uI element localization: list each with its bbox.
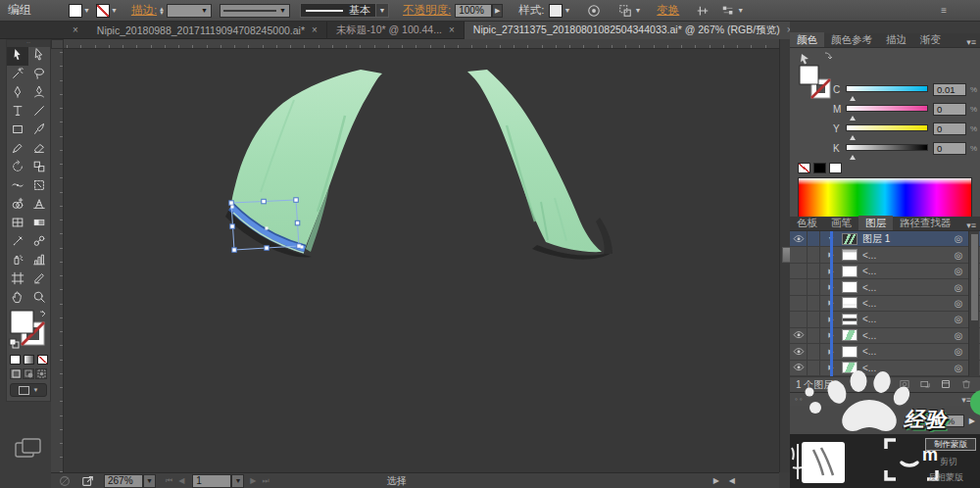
select-similar-icon[interactable] <box>617 3 633 19</box>
transparency-opacity-input[interactable]: 100% <box>921 415 964 427</box>
symbol-sprayer-tool[interactable] <box>7 252 28 270</box>
visibility-toggle[interactable] <box>790 344 808 359</box>
new-layer-icon[interactable] <box>940 378 952 392</box>
slider-thumb[interactable] <box>850 135 856 140</box>
layers-scrollbar-thumb[interactable] <box>971 234 978 320</box>
target-icon[interactable]: ◎ <box>951 330 966 341</box>
layer-name[interactable]: <... <box>862 314 951 324</box>
mesh-tool[interactable] <box>7 215 28 233</box>
group2-tab-1[interactable]: 色板 <box>790 216 824 230</box>
perspective-grid-tool[interactable] <box>28 196 50 215</box>
target-icon[interactable]: ◎ <box>951 314 966 324</box>
k-value-input[interactable]: 0 <box>933 142 966 155</box>
visibility-toggle[interactable] <box>790 328 808 343</box>
transparency-panel-header[interactable]: ◦◦ ▾≡ <box>790 392 980 406</box>
layer-thumbnail[interactable] <box>842 281 858 293</box>
visibility-toggle[interactable] <box>790 361 808 375</box>
target-icon[interactable]: ◎ <box>951 233 966 244</box>
artboard-number-input[interactable]: 1 <box>192 474 231 488</box>
export-icon[interactable] <box>80 473 96 488</box>
slider-thumb[interactable] <box>850 96 856 101</box>
fill-color-button[interactable] <box>10 355 21 365</box>
k-slider[interactable] <box>846 144 928 151</box>
gradient-tool[interactable] <box>28 215 50 233</box>
target-icon[interactable]: ◎ <box>951 346 966 357</box>
white-swatch[interactable] <box>829 163 842 173</box>
select-similar-arrow[interactable]: ▼ <box>634 7 641 14</box>
visibility-toggle[interactable] <box>790 312 808 326</box>
lock-toggle[interactable] <box>808 296 820 311</box>
transparency-opacity-arrow[interactable]: ▶ <box>969 416 975 425</box>
document-tab-1[interactable]: Nipic_20180988_20171119094708245000.ai* … <box>88 22 327 39</box>
zoom-out-icon[interactable] <box>57 473 73 488</box>
align-icon[interactable] <box>695 3 710 19</box>
layer-sub-row[interactable]: ▶<...◎ <box>790 296 980 312</box>
document-tab-3-active[interactable]: Nipic_27311375_20180801082504344033.ai* … <box>465 22 803 39</box>
layer-name[interactable]: 图层 1 <box>862 232 951 246</box>
pen-tool[interactable] <box>7 84 28 103</box>
m-value-input[interactable]: 0 <box>933 103 966 116</box>
locate-icon[interactable] <box>878 378 890 392</box>
layer-sub-row[interactable]: ▶<...◎ <box>790 264 980 279</box>
visibility-toggle[interactable] <box>790 264 808 278</box>
style-dropdown-arrow[interactable]: ▼ <box>564 7 570 14</box>
blend-tool[interactable] <box>28 233 50 252</box>
paintbrush-tool[interactable] <box>28 122 50 140</box>
free-transform-tool[interactable] <box>28 177 50 196</box>
target-icon[interactable]: ◎ <box>951 282 966 293</box>
line-segment-tool[interactable] <box>28 103 50 122</box>
document-setup-icon[interactable] <box>586 3 602 19</box>
target-icon[interactable]: ◎ <box>951 298 966 309</box>
draw-behind-button[interactable] <box>23 368 34 379</box>
layer-thumbnail[interactable] <box>842 233 858 245</box>
vertical-ruler[interactable] <box>51 49 64 472</box>
color-tab-3[interactable]: 描边 <box>879 32 913 47</box>
slider-thumb[interactable] <box>850 155 856 160</box>
target-icon[interactable]: ◎ <box>951 363 966 373</box>
ruler-corner[interactable] <box>51 39 64 49</box>
collapse-controlbar-icon[interactable]: ≡ <box>941 5 947 16</box>
delete-icon[interactable] <box>960 378 972 392</box>
layer-sub-row[interactable]: ▶<...◎ <box>790 361 980 376</box>
layer-thumbnail[interactable] <box>842 297 858 309</box>
group2-tab-3[interactable]: 图层 <box>858 216 893 230</box>
layer-sub-row[interactable]: ▶<...◎ <box>790 328 980 344</box>
group2-tab-2[interactable]: 画笔 <box>824 216 858 230</box>
column-graph-tool[interactable] <box>28 252 50 270</box>
transform-link[interactable]: 变换 <box>657 3 679 18</box>
invert-mask-checkbox-label[interactable]: 反相蒙版 <box>928 471 963 484</box>
group2-tab-4[interactable]: 路径查找器 <box>893 216 958 230</box>
tab-close-leading-icon[interactable]: × <box>73 24 78 35</box>
transparency-object-thumbnail[interactable] <box>802 442 845 483</box>
prev-artboard-icon[interactable]: ◀ <box>178 476 184 485</box>
zoom-tool[interactable] <box>28 289 50 308</box>
lock-toggle[interactable] <box>808 328 820 343</box>
curvature-tool[interactable] <box>28 84 50 103</box>
shape-builder-tool[interactable] <box>7 196 28 215</box>
last-artboard-icon[interactable]: ⏭ <box>263 476 270 486</box>
y-slider[interactable] <box>846 124 928 131</box>
group2-menu-icon[interactable]: ▾≡ <box>966 220 976 230</box>
layer-name[interactable]: <... <box>862 250 951 261</box>
new-sublayer-icon[interactable] <box>919 378 931 392</box>
layer-thumbnail[interactable] <box>842 266 858 277</box>
visibility-toggle[interactable] <box>790 247 808 262</box>
layer-row-main[interactable]: ▼图层 1◎ <box>790 231 980 247</box>
layer-sub-row[interactable]: ▶<...◎ <box>790 247 980 263</box>
stroke-swatch[interactable] <box>96 4 110 18</box>
width-tool[interactable] <box>7 177 28 196</box>
collapsed-artboards-icon[interactable] <box>14 437 43 461</box>
eraser-tool[interactable] <box>28 140 50 159</box>
layer-thumbnail[interactable] <box>842 314 858 325</box>
slider-thumb[interactable] <box>850 116 856 121</box>
slice-tool[interactable] <box>28 270 50 289</box>
hand-tool[interactable] <box>7 289 28 308</box>
hscroll-right-arrow[interactable]: ▶ <box>713 476 719 485</box>
artboard-dropdown-arrow[interactable]: ▼ <box>231 474 244 488</box>
layer-thumbnail[interactable] <box>842 362 858 373</box>
first-artboard-icon[interactable]: ⏮ <box>166 476 172 486</box>
layer-thumbnail[interactable] <box>842 346 858 358</box>
layer-name[interactable]: <... <box>862 346 951 357</box>
layer-sub-row[interactable]: ▶<...◎ <box>790 279 980 295</box>
color-tab-1[interactable]: 颜色 <box>790 32 824 47</box>
